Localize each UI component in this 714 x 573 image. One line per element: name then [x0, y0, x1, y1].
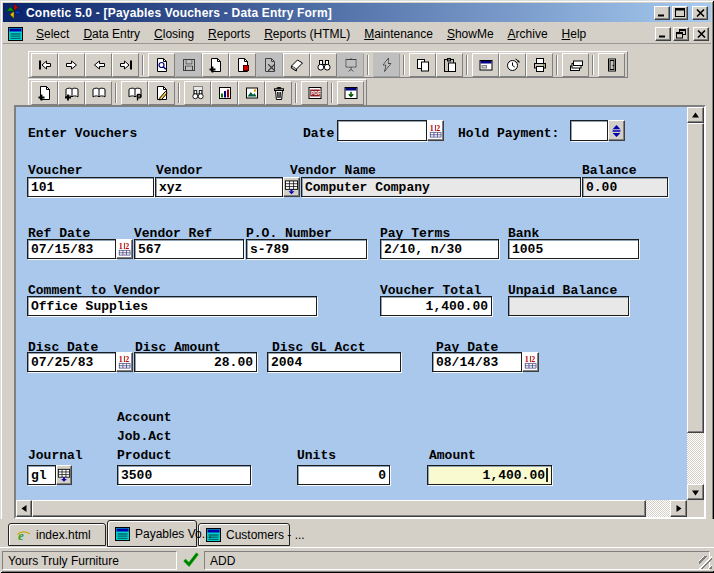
journal-field[interactable]: gl — [27, 465, 56, 485]
disc-amount-field[interactable]: 28.00 — [134, 352, 257, 372]
clear-form-button[interactable] — [283, 53, 310, 77]
menu-data-entry[interactable]: Data Entry — [76, 25, 147, 43]
nav-next-icon — [64, 57, 80, 73]
po-number-field[interactable]: s-789 — [246, 239, 367, 259]
edit-record-button[interactable] — [229, 53, 256, 77]
horizontal-scroll-thumb[interactable] — [32, 500, 646, 517]
search-records-button[interactable] — [184, 81, 211, 105]
window-controls — [652, 6, 708, 20]
tab-index-html[interactable]: eindex.html — [8, 523, 106, 546]
edit-document-button[interactable] — [148, 81, 175, 105]
first-record-button[interactable] — [31, 53, 58, 77]
date-calendar-button[interactable]: 12 — [427, 120, 444, 141]
voucher-total-field[interactable]: 1,400.00 — [380, 296, 492, 316]
scroll-right-button[interactable] — [670, 500, 687, 517]
execute-button[interactable] — [373, 53, 400, 77]
vertical-scroll-track[interactable] — [687, 433, 704, 484]
ref-date-calendar-button[interactable]: 12 — [116, 239, 133, 259]
form-view-button[interactable] — [472, 53, 499, 77]
hold-payment-spinner[interactable] — [608, 120, 625, 141]
vendor-name-label: Vendor Name — [290, 163, 376, 178]
minimize-button[interactable] — [654, 6, 670, 20]
image-button[interactable] — [238, 81, 265, 105]
exit-button[interactable] — [598, 53, 625, 77]
pay-date-field[interactable]: 08/14/83 — [432, 352, 522, 372]
paste-button[interactable] — [436, 53, 463, 77]
save-record-button[interactable] — [175, 53, 202, 77]
delete-button[interactable] — [265, 81, 292, 105]
units-label: Units — [297, 448, 336, 463]
scroll-down-button[interactable] — [687, 484, 704, 500]
journal-lookup-button[interactable] — [56, 465, 72, 485]
product-field[interactable]: 3500 — [117, 465, 251, 485]
child-minimize-button[interactable] — [655, 27, 671, 41]
date-label: Date — [303, 126, 334, 141]
resize-grip[interactable] — [699, 556, 712, 569]
child-restore-button[interactable] — [673, 27, 689, 41]
scroll-up-button[interactable] — [687, 107, 704, 123]
new-file-button[interactable] — [31, 81, 58, 105]
disc-date-field[interactable]: 07/25/83 — [27, 352, 116, 372]
next-record-button[interactable] — [58, 53, 85, 77]
amount-field[interactable]: 1,400.00 — [427, 465, 552, 485]
menu-closing[interactable]: Closing — [147, 25, 201, 43]
document-menu-icon[interactable] — [8, 27, 23, 41]
disc-gl-acct-field[interactable]: 2004 — [267, 352, 401, 372]
voucher-field[interactable]: 101 — [27, 177, 154, 197]
menu-showme[interactable]: ShowMe — [440, 25, 501, 43]
app-icon[interactable] — [6, 3, 22, 23]
edit-record-icon — [235, 57, 251, 73]
pdf-export-button[interactable]: PDF — [301, 81, 328, 105]
report-stack-button[interactable] — [562, 53, 589, 77]
copy-button[interactable] — [409, 53, 436, 77]
scroll-left-button[interactable] — [16, 500, 32, 517]
hold-payment-field[interactable] — [570, 120, 608, 141]
date-field[interactable] — [337, 120, 427, 141]
tab-customers[interactable]: Customers - ... — [198, 523, 290, 546]
maximize-button[interactable] — [672, 6, 688, 20]
search-button[interactable] — [310, 53, 337, 77]
view-record-button[interactable] — [148, 53, 175, 77]
close-button[interactable] — [692, 6, 708, 20]
open-table-button[interactable] — [85, 81, 112, 105]
print-button[interactable] — [526, 53, 553, 77]
horizontal-scroll-track[interactable] — [646, 500, 670, 517]
tab-payables-vo[interactable]: Payables Vo... — [107, 520, 197, 547]
child-close-button[interactable] — [693, 27, 709, 41]
vendor-label: Vendor — [156, 163, 203, 178]
add-record-button[interactable] — [202, 53, 229, 77]
units-field[interactable]: 0 — [297, 465, 390, 485]
ref-date-field[interactable]: 07/15/83 — [27, 239, 116, 259]
disc-date-calendar-button[interactable]: 12 — [116, 352, 133, 372]
pay-terms-field[interactable]: 2/10, n/30 — [380, 239, 499, 259]
image-icon — [244, 85, 260, 101]
vertical-scroll-thumb[interactable] — [687, 123, 704, 433]
export-window-button[interactable] — [337, 81, 364, 105]
bank-field[interactable]: 1005 — [508, 239, 639, 259]
delete-record-icon — [262, 57, 278, 73]
window-title: Conetic 5.0 - [Payables Vouchers - Data … — [26, 6, 652, 20]
lightning-icon — [379, 57, 395, 73]
menu-maintenance[interactable]: Maintenance — [357, 25, 440, 43]
add-table-button[interactable] — [58, 81, 85, 105]
menu-help[interactable]: Help — [555, 25, 594, 43]
pay-date-calendar-button[interactable]: 12 — [522, 352, 539, 372]
scheduler-button[interactable] — [499, 53, 526, 77]
previous-record-button[interactable] — [85, 53, 112, 77]
table-properties-button[interactable] — [121, 81, 148, 105]
form-window-icon — [478, 57, 494, 73]
delete-record-button[interactable] — [256, 53, 283, 77]
menu-select[interactable]: Select — [29, 25, 76, 43]
nav-prev-icon — [91, 57, 107, 73]
vendor-lookup-button[interactable] — [283, 177, 300, 197]
comment-field[interactable]: Office Supplies — [27, 296, 317, 316]
last-record-button[interactable] — [112, 53, 139, 77]
graph-button[interactable] — [211, 81, 238, 105]
menu-items: SelectData EntryClosingReportsReports (H… — [29, 25, 593, 43]
menu-reports[interactable]: Reports — [201, 25, 257, 43]
menu-archive[interactable]: Archive — [501, 25, 555, 43]
vendor-ref-field[interactable]: 567 — [134, 239, 244, 259]
presentation-button[interactable] — [337, 53, 364, 77]
vendor-field[interactable]: xyz — [155, 177, 283, 197]
menu-reports-html[interactable]: Reports (HTML) — [257, 25, 357, 43]
